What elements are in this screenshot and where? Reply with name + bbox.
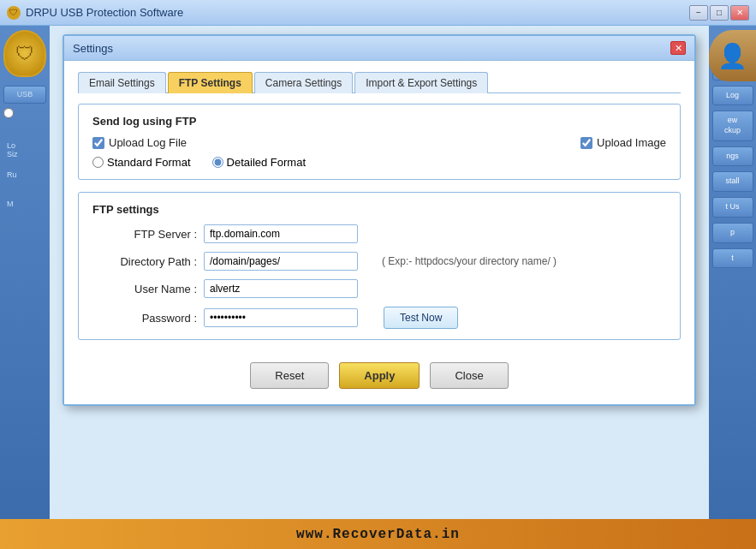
detailed-format-item: Detailed Format: [212, 156, 306, 169]
standard-format-label: Standard Format: [107, 156, 191, 169]
ftp-server-label: FTP Server :: [92, 228, 204, 241]
reset-button[interactable]: Reset: [250, 362, 329, 389]
minimize-button[interactable]: −: [689, 5, 708, 21]
tab-email[interactable]: Email Settings: [78, 72, 166, 93]
rs-log-label: Log: [716, 91, 750, 101]
test-now-area: Test Now: [375, 307, 666, 329]
rs-backup-button[interactable]: ewckup: [712, 110, 753, 140]
tab-ftp[interactable]: FTP Settings: [168, 72, 253, 93]
settings-dialog: Settings ✕ Email Settings FTP Settings: [63, 34, 696, 406]
directory-path-input[interactable]: [204, 252, 358, 271]
rs-extra-label: t: [716, 254, 750, 264]
app-icon: 🛡: [7, 6, 21, 20]
sidebar-run-label: Ru: [3, 170, 46, 179]
username-label: User Name :: [92, 283, 204, 295]
upload-image-item: Upload Image: [580, 136, 666, 149]
left-sidebar: 🛡 USB LoSiz Ru M: [0, 26, 50, 549]
dialog-body: Email Settings FTP Settings Camera Setti…: [64, 61, 694, 404]
right-sidebar: 👤 tions Log ewckup ngs stall t Us p t: [709, 26, 756, 549]
maximize-button[interactable]: □: [710, 5, 729, 21]
send-log-section: Send log using FTP Upload Log File Uploa…: [78, 104, 681, 180]
send-log-title: Send log using FTP: [92, 115, 666, 128]
close-window-button[interactable]: ✕: [730, 5, 749, 21]
sidebar-label-usb: USB: [7, 90, 43, 99]
format-options-row: Standard Format Detailed Format: [92, 156, 666, 169]
apply-button[interactable]: Apply: [339, 362, 420, 389]
rs-log-button[interactable]: Log: [712, 86, 753, 106]
password-label: Password :: [92, 312, 204, 325]
detailed-format-label: Detailed Format: [227, 156, 306, 169]
dialog-title: Settings: [73, 42, 113, 55]
ftp-settings-grid: FTP Server : Directory Path : ( Exp:- ht…: [92, 224, 666, 329]
upload-image-checkbox[interactable]: [580, 137, 592, 149]
rs-help-button[interactable]: p: [712, 223, 753, 243]
settings-tabs: Email Settings FTP Settings Camera Setti…: [78, 71, 681, 93]
standard-format-item: Standard Format: [92, 156, 191, 169]
upload-log-file-checkbox[interactable]: [92, 137, 104, 149]
tab-camera[interactable]: Camera Settings: [254, 72, 353, 93]
username-input[interactable]: [204, 279, 358, 298]
app-logo: 🛡: [3, 30, 46, 77]
upload-image-label: Upload Image: [597, 136, 666, 149]
directory-path-label: Directory Path :: [92, 255, 204, 268]
rs-contact-button[interactable]: t Us: [712, 197, 753, 218]
title-bar: 🛡 DRPU USB Protection Software − □ ✕: [0, 0, 756, 26]
directory-hint: ( Exp:- httpdocs/your directory name/ ): [375, 255, 666, 267]
password-row: [204, 308, 375, 327]
standard-format-radio[interactable]: [92, 157, 104, 168]
window-title: DRPU USB Protection Software: [26, 6, 183, 19]
ftp-settings-section: FTP settings FTP Server : Directory Path…: [78, 192, 681, 340]
ftp-settings-title: FTP settings: [92, 203, 666, 216]
title-bar-left: 🛡 DRPU USB Protection Software: [7, 6, 183, 20]
rs-settings-button[interactable]: ngs: [712, 146, 753, 167]
dialog-buttons: Reset Apply Close: [78, 352, 681, 394]
tab-import-export[interactable]: Import & Export Settings: [354, 72, 488, 93]
upload-log-file-label: Upload Log File: [109, 136, 187, 149]
rs-install-label: stall: [716, 176, 750, 187]
radio-option[interactable]: [3, 108, 14, 118]
test-now-button[interactable]: Test Now: [384, 307, 458, 329]
dialog-title-bar: Settings ✕: [64, 36, 694, 61]
rs-settings-label: ngs: [716, 152, 750, 162]
detailed-format-radio[interactable]: [212, 157, 223, 168]
dialog-overlay: Settings ✕ Email Settings FTP Settings: [50, 26, 709, 549]
right-avatar: 👤: [709, 30, 756, 81]
rs-backup-label: ewckup: [716, 116, 750, 135]
upload-options-row: Upload Log File Upload Image: [92, 136, 666, 149]
rs-install-button[interactable]: stall: [712, 171, 753, 192]
sidebar-item-usb[interactable]: USB: [3, 86, 46, 104]
rs-help-label: p: [716, 228, 750, 238]
ftp-server-input[interactable]: [204, 224, 358, 243]
window-controls: − □ ✕: [689, 5, 749, 21]
sidebar-m-label: M: [3, 200, 46, 208]
rs-contact-label: t Us: [716, 202, 750, 212]
upload-log-file-item: Upload Log File: [92, 136, 187, 149]
sidebar-log-label: LoSiz: [3, 141, 46, 158]
content-area: Settings ✕ Email Settings FTP Settings: [50, 26, 709, 549]
rs-extra-button[interactable]: t: [712, 248, 753, 269]
main-window: 🛡 USB LoSiz Ru M Settings ✕: [0, 26, 756, 549]
password-input[interactable]: [204, 308, 358, 327]
close-button[interactable]: Close: [430, 362, 508, 389]
dialog-close-button[interactable]: ✕: [670, 41, 686, 55]
